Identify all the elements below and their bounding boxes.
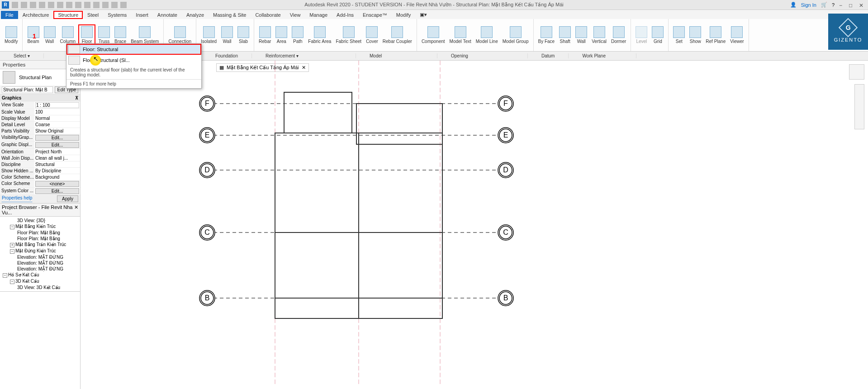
view-cube[interactable] — [849, 64, 864, 80]
tab-addins[interactable]: Add-Ins — [332, 11, 358, 19]
model-group-tool[interactable]: Model Group — [501, 25, 531, 45]
visibility-graphics-button[interactable]: Edit... — [35, 135, 79, 141]
browser-close-icon[interactable]: ✕ — [74, 204, 78, 215]
3d-icon[interactable] — [84, 2, 90, 8]
drawing-canvas[interactable]: ▦ Mặt Bằng Kết Cấu Tầng Áp Mái ✕ FFEEDDC… — [81, 61, 868, 389]
slab-tool[interactable]: Slab — [236, 25, 251, 45]
tree-node[interactable]: 3D View: 3D Kết Cấu — [1, 285, 79, 290]
dormer-tool[interactable]: Dormer — [609, 25, 628, 45]
tree-node[interactable]: Floor Plan: Mặt Bằng — [1, 236, 79, 242]
tab-file[interactable]: File — [1, 11, 18, 19]
measure-icon[interactable] — [57, 2, 63, 8]
shaft-tool[interactable]: Shaft — [557, 25, 573, 45]
beam-system-tool[interactable]: Beam System — [129, 25, 161, 45]
tab-systems[interactable]: Systems — [103, 11, 131, 19]
floor-tool[interactable]: Floor — [78, 24, 95, 46]
tab-extra-icon[interactable]: ▣▾ — [415, 10, 432, 19]
tab-manage[interactable]: Manage — [305, 11, 332, 19]
truss-tool[interactable]: Truss — [96, 25, 112, 45]
tree-node[interactable]: Elevation: MẶT ĐỨNG — [1, 266, 79, 272]
isolated-tool[interactable]: Isolated — [199, 25, 218, 45]
color-scheme-loc-value[interactable]: Background — [34, 174, 80, 180]
set-tool[interactable]: Set — [671, 25, 687, 45]
redo-icon[interactable] — [39, 2, 45, 8]
tab-structure[interactable]: Structure — [53, 11, 83, 19]
type-name[interactable]: Structural Plan — [19, 75, 52, 80]
instance-selector[interactable]: Structural Plan: Mặt B — [2, 86, 53, 93]
orientation-value[interactable]: Project North — [34, 149, 80, 155]
minimize-button[interactable]: − — [839, 2, 844, 8]
panel-reinforcement[interactable]: Reinforcement ▾ — [252, 53, 356, 58]
area-tool[interactable]: Area — [274, 25, 289, 45]
detail-level-value[interactable]: Coarse — [34, 122, 80, 128]
tab-massing[interactable]: Massing & Site — [209, 11, 251, 19]
floor-structural-sub-item[interactable]: Floor: Structural (Sl... — [66, 55, 201, 66]
modify-tool[interactable]: Modify — [3, 25, 19, 45]
tree-node[interactable]: Elevation: MẶT ĐỨNG — [1, 260, 79, 266]
browser-tree[interactable]: 3D View: {3D} −Mặt Bằng Kiến Trúc Floor … — [0, 217, 80, 291]
sign-in-link[interactable]: Sign In — [801, 2, 816, 8]
tab-insert[interactable]: Insert — [131, 11, 153, 19]
model-text-tool[interactable]: Model Text — [448, 25, 473, 45]
section-icon[interactable] — [93, 2, 100, 8]
ref-plane-tool[interactable]: Ref Plane — [704, 25, 727, 45]
properties-help-link[interactable]: Properties help — [2, 195, 32, 202]
grid-tool[interactable]: Grid — [650, 25, 665, 45]
tab-analyze[interactable]: Analyze — [182, 11, 209, 19]
vertical-tool[interactable]: Vertical — [590, 25, 608, 45]
tree-node[interactable]: Elevation: MẶT ĐỨNG — [1, 254, 79, 260]
close-hidden-icon[interactable] — [111, 2, 118, 8]
wall-opening-tool[interactable]: Wall — [574, 25, 589, 45]
print-icon[interactable] — [48, 2, 54, 8]
dimension-icon[interactable] — [66, 2, 72, 8]
tree-node[interactable]: +Mặt Bằng Trần Kiến Trúc — [1, 242, 79, 248]
discipline-value[interactable]: Structural — [34, 161, 80, 167]
tab-modify[interactable]: Modify — [392, 11, 415, 19]
level-tool[interactable]: Level — [634, 25, 649, 45]
rebar-coupler-tool[interactable]: Rebar Coupler — [381, 25, 414, 45]
view-scale-input[interactable] — [35, 102, 79, 108]
navigation-bar[interactable] — [854, 84, 864, 129]
apply-button[interactable]: Apply — [57, 195, 78, 202]
tab-architecture[interactable]: Architecture — [18, 11, 54, 19]
display-model-value[interactable]: Normal — [34, 115, 80, 121]
tab-enscape[interactable]: Enscape™ — [358, 11, 392, 19]
user-icon[interactable]: 👤 — [790, 2, 797, 8]
tree-node[interactable]: Floor Plan: Mặt Bằng — [1, 230, 79, 236]
connection-tool[interactable]: Connection — [166, 25, 193, 45]
tree-node[interactable]: −Mặt Đứng Kiến Trúc — [1, 248, 79, 254]
tab-steel[interactable]: Steel — [83, 11, 103, 19]
switch-windows-icon[interactable] — [120, 2, 127, 8]
restore-button[interactable]: □ — [849, 2, 854, 8]
panel-select[interactable]: Select ▾ — [0, 53, 44, 58]
graphic-display-button[interactable]: Edit... — [35, 142, 79, 148]
tree-node[interactable]: −Mặt Bằng Kiến Trúc — [1, 223, 79, 230]
undo-icon[interactable] — [30, 2, 36, 8]
tab-annotate[interactable]: Annotate — [153, 11, 182, 19]
tree-node[interactable]: −3D Kết Cấu — [1, 278, 79, 285]
system-color-button[interactable]: Edit... — [35, 188, 79, 194]
viewer-tool[interactable]: Viewer — [728, 25, 745, 45]
by-face-tool[interactable]: By Face — [536, 25, 557, 45]
tab-view[interactable]: View — [285, 11, 305, 19]
model-line-tool[interactable]: Model Line — [474, 25, 500, 45]
close-button[interactable]: ✕ — [859, 2, 864, 8]
help-icon[interactable]: ? — [832, 2, 835, 8]
show-tool[interactable]: Show — [688, 25, 703, 45]
text-icon[interactable] — [75, 2, 81, 8]
category-graphics[interactable]: Graphics — [2, 95, 21, 100]
open-icon[interactable] — [12, 2, 18, 8]
rebar-tool[interactable]: Rebar — [257, 25, 273, 45]
show-hidden-value[interactable]: By Discipline — [34, 168, 80, 174]
exchange-icon[interactable]: 🛒 — [821, 2, 827, 8]
tree-node[interactable]: 3D View: {3D} — [1, 218, 79, 223]
tab-collaborate[interactable]: Collaborate — [251, 11, 285, 19]
wall-tool[interactable]: Wall — [42, 25, 57, 45]
fabric-sheet-tool[interactable]: Fabric Sheet — [334, 25, 363, 45]
path-tool[interactable]: Path — [290, 25, 305, 45]
parts-visibility-value[interactable]: Show Original — [34, 128, 80, 134]
wall-foundation-tool[interactable]: Wall — [219, 25, 235, 45]
save-icon[interactable] — [21, 2, 27, 8]
thin-lines-icon[interactable] — [102, 2, 109, 8]
wall-join-value[interactable]: Clean all wall j... — [34, 155, 80, 161]
